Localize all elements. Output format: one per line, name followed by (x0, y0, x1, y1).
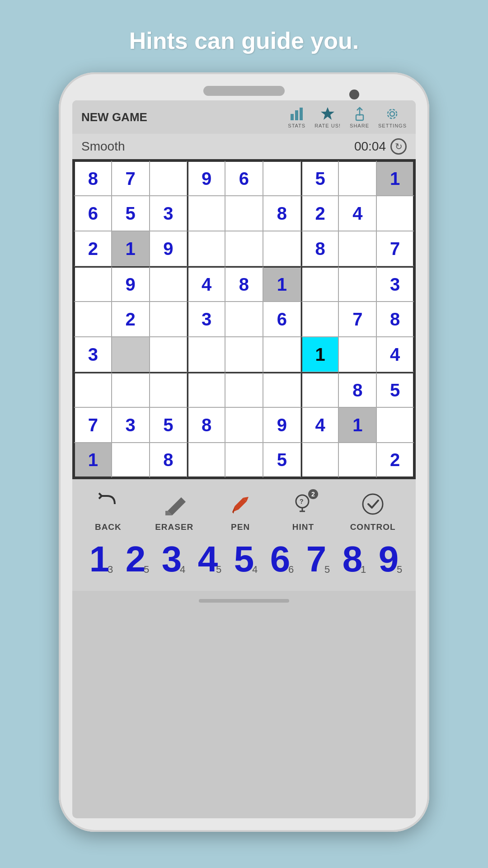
cell-r0-c2[interactable] (150, 160, 188, 196)
cell-r0-c8[interactable]: 1 (376, 160, 414, 196)
cell-r1-c6[interactable]: 2 (301, 196, 339, 231)
cell-r0-c0[interactable]: 8 (74, 160, 112, 196)
cell-r5-c1[interactable] (112, 337, 150, 372)
cell-r5-c4[interactable] (225, 337, 263, 372)
cell-r0-c6[interactable]: 5 (301, 160, 339, 196)
cell-r3-c7[interactable] (338, 266, 376, 302)
cell-r2-c4[interactable] (225, 231, 263, 266)
share-icon-item[interactable]: SHARE (350, 106, 369, 128)
cell-r6-c5[interactable] (263, 372, 301, 407)
number-btn-2[interactable]: 25 (126, 541, 146, 577)
cell-r1-c2[interactable]: 3 (150, 196, 188, 231)
cell-r8-c6[interactable] (301, 443, 339, 478)
cell-r8-c1[interactable] (112, 443, 150, 478)
cell-r5-c3[interactable] (187, 337, 225, 372)
cell-r1-c7[interactable]: 4 (338, 196, 376, 231)
cell-r2-c5[interactable] (263, 231, 301, 266)
cell-r3-c6[interactable] (301, 266, 339, 302)
cell-r3-c0[interactable] (74, 266, 112, 302)
pen-tool[interactable]: PEN (225, 488, 256, 532)
cell-r0-c5[interactable] (263, 160, 301, 196)
cell-r0-c3[interactable]: 9 (187, 160, 225, 196)
cell-r7-c7[interactable]: 1 (338, 407, 376, 443)
hint-tool[interactable]: ? 2 HINT (287, 488, 319, 532)
cell-r7-c3[interactable]: 8 (187, 407, 225, 443)
back-tool[interactable]: BACK (92, 488, 124, 532)
cell-r8-c8[interactable]: 2 (376, 443, 414, 478)
cell-r2-c1[interactable]: 1 (112, 231, 150, 266)
stats-icon-item[interactable]: STATS (288, 106, 305, 128)
cell-r5-c2[interactable] (150, 337, 188, 372)
cell-r4-c3[interactable]: 3 (187, 302, 225, 337)
number-btn-6[interactable]: 66 (270, 541, 291, 577)
cell-r0-c7[interactable] (338, 160, 376, 196)
cell-r6-c3[interactable] (187, 372, 225, 407)
cell-r1-c0[interactable]: 6 (74, 196, 112, 231)
cell-r1-c1[interactable]: 5 (112, 196, 150, 231)
cell-r5-c5[interactable] (263, 337, 301, 372)
number-btn-5[interactable]: 54 (234, 541, 254, 577)
cell-r6-c4[interactable] (225, 372, 263, 407)
cell-r3-c4[interactable]: 8 (225, 266, 263, 302)
cell-r8-c4[interactable] (225, 443, 263, 478)
cell-r6-c7[interactable]: 8 (338, 372, 376, 407)
cell-r8-c7[interactable] (338, 443, 376, 478)
number-btn-9[interactable]: 95 (379, 541, 399, 577)
cell-r7-c6[interactable]: 4 (301, 407, 339, 443)
cell-r2-c7[interactable] (338, 231, 376, 266)
cell-r7-c5[interactable]: 9 (263, 407, 301, 443)
cell-r0-c4[interactable]: 6 (225, 160, 263, 196)
cell-r7-c8[interactable] (376, 407, 414, 443)
cell-r6-c2[interactable] (150, 372, 188, 407)
cell-r1-c5[interactable]: 8 (263, 196, 301, 231)
cell-r3-c3[interactable]: 4 (187, 266, 225, 302)
new-game-button[interactable]: NEW GAME (81, 110, 147, 124)
cell-r4-c5[interactable]: 6 (263, 302, 301, 337)
cell-r3-c1[interactable]: 9 (112, 266, 150, 302)
eraser-tool[interactable]: ERASER (155, 488, 193, 532)
cell-r6-c8[interactable]: 5 (376, 372, 414, 407)
cell-r4-c7[interactable]: 7 (338, 302, 376, 337)
cell-r2-c3[interactable] (187, 231, 225, 266)
cell-r1-c8[interactable] (376, 196, 414, 231)
replay-button[interactable]: ↻ (390, 138, 407, 155)
cell-r4-c2[interactable] (150, 302, 188, 337)
cell-r8-c3[interactable] (187, 443, 225, 478)
cell-r7-c0[interactable]: 7 (74, 407, 112, 443)
cell-r3-c2[interactable] (150, 266, 188, 302)
number-btn-1[interactable]: 13 (89, 541, 110, 577)
cell-r1-c3[interactable] (187, 196, 225, 231)
cell-r2-c2[interactable]: 9 (150, 231, 188, 266)
cell-r7-c1[interactable]: 3 (112, 407, 150, 443)
cell-r4-c8[interactable]: 8 (376, 302, 414, 337)
cell-r5-c8[interactable]: 4 (376, 337, 414, 372)
cell-r7-c4[interactable] (225, 407, 263, 443)
cell-r4-c4[interactable] (225, 302, 263, 337)
cell-r4-c6[interactable] (301, 302, 339, 337)
number-btn-7[interactable]: 75 (306, 541, 327, 577)
rate-icon-item[interactable]: RATE US! (314, 106, 341, 128)
sudoku-grid[interactable]: 8796516538242198794813236783148573589411… (72, 159, 416, 479)
cell-r6-c1[interactable] (112, 372, 150, 407)
cell-r8-c0[interactable]: 1 (74, 443, 112, 478)
cell-r7-c2[interactable]: 5 (150, 407, 188, 443)
settings-icon-item[interactable]: SETTINGS (378, 106, 407, 128)
cell-r4-c0[interactable] (74, 302, 112, 337)
number-btn-3[interactable]: 34 (162, 541, 182, 577)
cell-r8-c2[interactable]: 8 (150, 443, 188, 478)
cell-r5-c7[interactable] (338, 337, 376, 372)
number-btn-4[interactable]: 45 (198, 541, 218, 577)
cell-r2-c6[interactable]: 8 (301, 231, 339, 266)
cell-r5-c6[interactable]: 1 (301, 337, 339, 372)
cell-r2-c0[interactable]: 2 (74, 231, 112, 266)
cell-r1-c4[interactable] (225, 196, 263, 231)
cell-r4-c1[interactable]: 2 (112, 302, 150, 337)
cell-r8-c5[interactable]: 5 (263, 443, 301, 478)
control-tool[interactable]: CONTROL (350, 488, 396, 532)
cell-r5-c0[interactable]: 3 (74, 337, 112, 372)
number-btn-8[interactable]: 81 (343, 541, 363, 577)
cell-r2-c8[interactable]: 7 (376, 231, 414, 266)
cell-r3-c5[interactable]: 1 (263, 266, 301, 302)
cell-r6-c6[interactable] (301, 372, 339, 407)
cell-r3-c8[interactable]: 3 (376, 266, 414, 302)
